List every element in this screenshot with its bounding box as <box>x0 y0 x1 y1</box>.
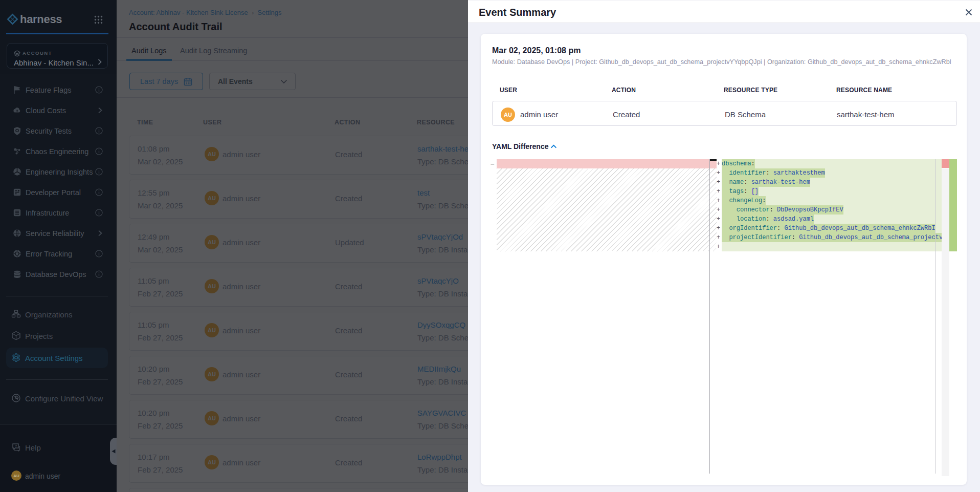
svg-text:?: ? <box>15 444 17 448</box>
